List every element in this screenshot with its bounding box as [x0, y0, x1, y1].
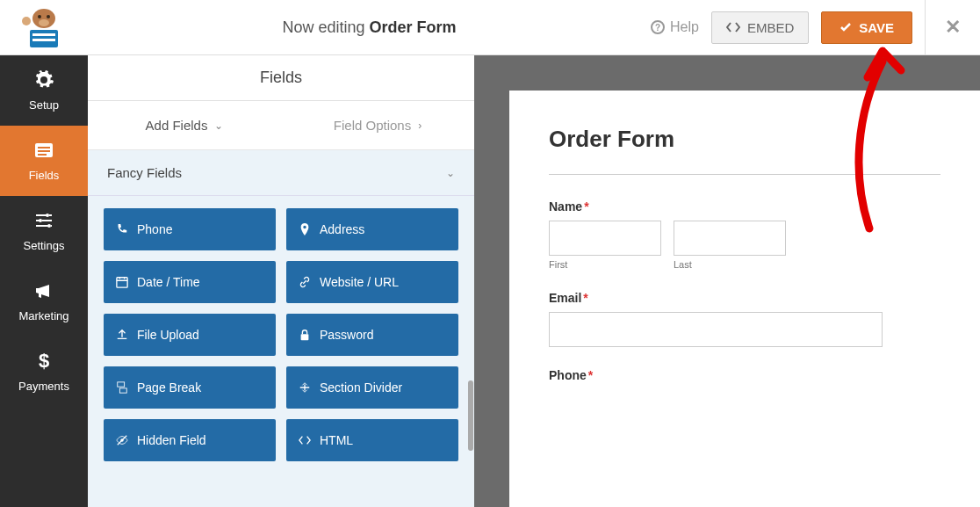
section-label: Fancy Fields [107, 165, 182, 180]
panel-tabs: Add Fields ⌄ Field Options › [88, 101, 474, 150]
gear-icon [33, 69, 54, 93]
calendar-icon [116, 276, 128, 288]
sidebar-label: Setup [29, 98, 59, 112]
name-row: First Last [549, 221, 940, 270]
chevron-down-icon: ⌄ [446, 167, 455, 179]
last-name-group: Last [674, 221, 786, 270]
required-indicator: * [584, 199, 588, 214]
svg-rect-21 [119, 388, 126, 393]
dollar-icon: $ [33, 351, 54, 374]
tab-label: Add Fields [146, 118, 208, 133]
field-upload[interactable]: File Upload [104, 314, 276, 356]
code-icon [299, 434, 311, 446]
phone-label: Phone* [549, 368, 940, 382]
svg-rect-5 [32, 33, 55, 36]
field-address[interactable]: Address [286, 208, 458, 250]
sidebar-item-payments[interactable]: $ Payments [0, 337, 88, 407]
field-datetime[interactable]: Date / Time [104, 261, 276, 303]
header-bar: Now editing Order Form ? Help EMBED SAVE… [0, 0, 980, 55]
field-divider[interactable]: Section Divider [286, 366, 458, 409]
required-indicator: * [583, 291, 587, 305]
wpforms-logo [0, 0, 88, 55]
svg-rect-13 [38, 154, 47, 156]
fields-grid: Phone Address Date / Time Website / URL … [88, 196, 474, 474]
svg-rect-12 [38, 150, 50, 152]
sidebar-item-setup[interactable]: Setup [0, 55, 88, 126]
sidebar-item-settings[interactable]: Settings [0, 196, 88, 266]
close-button[interactable]: ✕ [925, 0, 980, 55]
save-button[interactable]: SAVE [821, 11, 912, 44]
header-actions: ? Help EMBED SAVE [651, 11, 925, 44]
field-hidden[interactable]: Hidden Field [104, 419, 276, 461]
svg-point-2 [47, 15, 50, 18]
embed-label: EMBED [747, 20, 794, 35]
bullhorn-icon [33, 280, 54, 304]
form-preview: Order Form Name* First Last Email* Phone… [474, 55, 980, 507]
sidebar-label: Marketing [18, 309, 68, 322]
save-label: SAVE [859, 20, 894, 35]
lock-icon [299, 329, 311, 341]
sidebar-item-marketing[interactable]: Marketing [0, 266, 88, 337]
tab-add-fields[interactable]: Add Fields ⌄ [88, 101, 281, 149]
first-name-group: First [549, 221, 661, 270]
tab-label: Field Options [334, 118, 411, 133]
svg-point-16 [47, 224, 51, 228]
chevron-down-icon: ⌄ [214, 120, 223, 132]
body: Setup Fields Settings Marketing $ Paymen… [0, 55, 980, 507]
svg-point-15 [39, 219, 42, 222]
field-pagebreak[interactable]: Page Break [104, 366, 276, 409]
link-icon [299, 276, 311, 288]
pagebreak-icon [116, 381, 128, 394]
eye-slash-icon [116, 434, 128, 446]
email-label: Email* [549, 291, 940, 305]
form-title: Order Form [549, 126, 940, 153]
svg-rect-19 [301, 334, 309, 340]
code-icon [726, 21, 740, 33]
sidebar-label: Fields [29, 169, 60, 182]
last-name-input[interactable] [674, 221, 786, 256]
chevron-right-icon: › [418, 120, 422, 132]
svg-rect-20 [118, 382, 125, 387]
svg-text:$: $ [39, 351, 49, 372]
pin-icon [299, 223, 311, 235]
svg-point-1 [38, 15, 41, 18]
svg-rect-11 [38, 147, 50, 148]
svg-rect-6 [32, 39, 55, 41]
first-name-input[interactable] [549, 221, 661, 256]
field-phone[interactable]: Phone [104, 208, 276, 250]
panel-title: Fields [88, 55, 474, 101]
check-icon [839, 21, 852, 33]
section-fancy-fields[interactable]: Fancy Fields ⌄ [88, 150, 474, 196]
sidebar-item-fields[interactable]: Fields [0, 126, 88, 196]
field-html[interactable]: HTML [286, 419, 458, 461]
name-label: Name* [549, 199, 940, 214]
tab-field-options[interactable]: Field Options › [281, 101, 474, 149]
fields-panel: Fields Add Fields ⌄ Field Options › Fanc… [88, 55, 474, 507]
last-sublabel: Last [674, 259, 786, 270]
sidebar: Setup Fields Settings Marketing $ Paymen… [0, 55, 88, 507]
svg-point-14 [46, 214, 49, 217]
sidebar-label: Settings [24, 239, 65, 252]
editing-prefix: Now editing [282, 18, 369, 36]
help-label: Help [670, 19, 699, 35]
email-group: Email* [549, 291, 940, 347]
phone-icon [116, 223, 128, 235]
help-link[interactable]: ? Help [651, 19, 699, 35]
svg-point-7 [22, 17, 31, 25]
editing-title: Now editing Order Form [88, 18, 651, 37]
field-website[interactable]: Website / URL [286, 261, 458, 303]
required-indicator: * [588, 368, 593, 382]
sliders-icon [33, 210, 54, 234]
svg-rect-18 [117, 278, 127, 287]
sidebar-label: Payments [18, 380, 69, 393]
embed-button[interactable]: EMBED [711, 11, 809, 44]
email-input[interactable] [549, 312, 883, 347]
first-sublabel: First [549, 259, 661, 270]
form-card: Order Form Name* First Last Email* Phone… [509, 91, 980, 507]
scrollbar[interactable] [467, 196, 474, 474]
form-name: Order Form [370, 18, 457, 36]
field-password[interactable]: Password [286, 314, 458, 356]
svg-text:?: ? [655, 23, 660, 33]
form-divider [549, 174, 940, 175]
upload-icon [116, 329, 128, 341]
